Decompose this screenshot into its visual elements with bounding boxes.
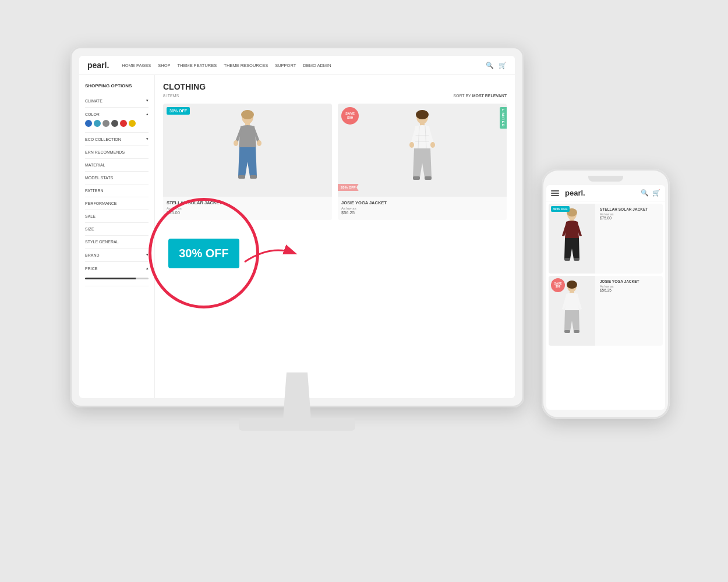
svg-point-4 bbox=[257, 140, 261, 146]
svg-point-8 bbox=[416, 110, 429, 119]
svg-point-24 bbox=[567, 281, 577, 289]
filter-climate-label: CLIMATE bbox=[85, 99, 103, 103]
page-title: CLOTHING bbox=[163, 82, 507, 91]
filter-eco-chevron: ▾ bbox=[146, 137, 149, 141]
swatch-teal[interactable] bbox=[94, 120, 101, 127]
phone-product-name-2: JOSIE YOGA JACKET bbox=[600, 279, 639, 283]
filter-sale-header[interactable]: SALE bbox=[85, 213, 149, 219]
cart-icon[interactable]: 🛒 bbox=[499, 62, 507, 69]
phone-device: pearl. 🔍 🛒 30% OFF bbox=[542, 169, 670, 419]
phone-product-image-1: 30% OFF bbox=[549, 204, 595, 274]
monitor-frame: pearl. HOME PAGES SHOP THEME FEATURES TH… bbox=[70, 47, 524, 407]
svg-point-15 bbox=[430, 142, 435, 148]
badge-save99: SAVE $99 bbox=[341, 107, 359, 125]
svg-point-1 bbox=[241, 110, 254, 119]
nav-item-support[interactable]: SUPPORT bbox=[275, 63, 296, 68]
swatch-dark[interactable] bbox=[111, 120, 118, 127]
nav-item-theme-resources[interactable]: THEME RESOURCES bbox=[224, 63, 268, 68]
product-price-2: $56.25 bbox=[341, 210, 503, 215]
svg-point-14 bbox=[409, 142, 414, 148]
filter-pattern-header[interactable]: PATTERN bbox=[85, 187, 149, 194]
phone-logo: pearl. bbox=[565, 189, 585, 197]
svg-rect-5 bbox=[238, 175, 245, 179]
filter-size: SIZE bbox=[85, 223, 149, 236]
swatch-red[interactable] bbox=[120, 120, 127, 127]
nav-logo: pearl. bbox=[87, 61, 109, 70]
swatch-gray[interactable] bbox=[103, 120, 109, 127]
content-area: SHOPPING OPTIONS CLIMATE ▾ COLOR bbox=[79, 75, 515, 398]
phone-search-icon[interactable]: 🔍 bbox=[641, 189, 649, 197]
svg-rect-22 bbox=[574, 258, 579, 261]
swatch-blue[interactable] bbox=[85, 120, 92, 127]
sort-by-value[interactable]: MOST RELEVANT bbox=[472, 94, 507, 98]
phone-product-2[interactable]: SAVE $99 bbox=[549, 276, 663, 346]
svg-rect-16 bbox=[413, 176, 420, 180]
filter-model: MODEL STATS bbox=[85, 172, 149, 184]
filter-performance: PERFORMANCE bbox=[85, 197, 149, 210]
filter-material-label: MATERIAL bbox=[85, 163, 105, 167]
phone-badge-save-amount: $99 bbox=[556, 285, 560, 289]
filter-eco-header[interactable]: ECO COLLECTION ▾ bbox=[85, 136, 149, 143]
phone-notch bbox=[588, 176, 623, 182]
filter-eco-label: ECO COLLECTION bbox=[85, 137, 121, 141]
phone-product-image-2: SAVE $99 bbox=[549, 276, 595, 346]
product-card-2[interactable]: SAVE $99 LIMITED 20% OFF bbox=[338, 104, 507, 220]
filter-eco: ECO COLLECTION ▾ bbox=[85, 133, 149, 146]
filter-ern-label: ERN RECOMMENDS bbox=[85, 150, 125, 154]
phone-nav-icons: 🔍 🛒 bbox=[641, 189, 660, 197]
phone-product-info-1: STELLAR SOLAR JACKET As low as $75.00 bbox=[598, 204, 650, 274]
filter-brand-header[interactable]: BRAND ▾ bbox=[85, 251, 149, 258]
filter-sale: SALE bbox=[85, 210, 149, 223]
phone-frame: pearl. 🔍 🛒 30% OFF bbox=[542, 169, 670, 419]
sort-by-label: SORT BY bbox=[453, 94, 471, 98]
price-slider[interactable] bbox=[85, 278, 149, 279]
product-image-1: 30% OFF bbox=[163, 104, 332, 197]
product-figure-2 bbox=[399, 107, 446, 194]
filter-pattern: PATTERN bbox=[85, 184, 149, 197]
filter-color-header[interactable]: COLOR ▴ bbox=[85, 111, 149, 118]
circle-badge: 30% OFF bbox=[168, 239, 239, 268]
filter-climate: CLIMATE ▾ bbox=[85, 94, 149, 108]
phone-product-1[interactable]: 30% OFF bbox=[549, 204, 663, 274]
filter-price: PRICE ▴ bbox=[85, 262, 149, 286]
filter-sale-label: SALE bbox=[85, 214, 96, 218]
filter-brand-label: BRAND bbox=[85, 253, 100, 257]
phone-product-price-1: $75.00 bbox=[600, 216, 648, 220]
hamburger-icon[interactable] bbox=[551, 190, 559, 196]
nav-item-demo-admin[interactable]: DEMO ADMIN bbox=[303, 63, 331, 68]
svg-rect-27 bbox=[574, 330, 579, 333]
shopping-options-title: SHOPPING OPTIONS bbox=[85, 83, 149, 88]
filter-performance-header[interactable]: PERFORMANCE bbox=[85, 200, 149, 207]
filter-ern-header[interactable]: ERN RECOMMENDS bbox=[85, 149, 149, 155]
filter-model-header[interactable]: MODEL STATS bbox=[85, 175, 149, 181]
filter-material-header[interactable]: MATERIAL bbox=[85, 162, 149, 168]
svg-rect-26 bbox=[564, 330, 570, 333]
filter-size-header[interactable]: SIZE bbox=[85, 226, 149, 232]
highlight-circle-container: 30% OFF bbox=[149, 198, 259, 308]
color-swatches bbox=[85, 118, 149, 129]
search-icon[interactable]: 🔍 bbox=[486, 62, 494, 69]
filter-color-label: COLOR bbox=[85, 112, 100, 116]
filter-price-header[interactable]: PRICE ▴ bbox=[85, 265, 149, 272]
swatch-yellow[interactable] bbox=[129, 120, 136, 127]
svg-rect-17 bbox=[425, 176, 432, 180]
nav-item-shop[interactable]: SHOP bbox=[158, 63, 170, 68]
filter-style-header[interactable]: STYLE GENERAL bbox=[85, 239, 149, 245]
nav-item-theme-features[interactable]: THEME FEATURES bbox=[178, 63, 217, 68]
filter-climate-header[interactable]: CLIMATE ▾ bbox=[85, 97, 149, 104]
phone-figure-1 bbox=[554, 207, 589, 271]
phone-cart-icon[interactable]: 🛒 bbox=[652, 189, 660, 197]
svg-rect-21 bbox=[564, 258, 570, 261]
svg-point-3 bbox=[234, 140, 238, 146]
filter-ern: ERN RECOMMENDS bbox=[85, 146, 149, 159]
filter-performance-label: PERFORMANCE bbox=[85, 201, 116, 205]
monitor-screen: pearl. HOME PAGES SHOP THEME FEATURES TH… bbox=[79, 56, 515, 398]
filter-size-label: SIZE bbox=[85, 227, 94, 231]
badge-20off: 20% OFF bbox=[338, 184, 359, 191]
product-name-2: JOSIE YOGA JACKET bbox=[341, 200, 503, 205]
page-header: 8 ITEMS SORT BY MOST RELEVANT bbox=[163, 94, 507, 98]
filter-style-label: STYLE GENERAL bbox=[85, 240, 119, 244]
nav-item-home-pages[interactable]: HOME PAGES bbox=[122, 63, 151, 68]
phone-badge-save: SAVE $99 bbox=[551, 278, 565, 292]
phone-product-price-2: $56.25 bbox=[600, 288, 639, 292]
